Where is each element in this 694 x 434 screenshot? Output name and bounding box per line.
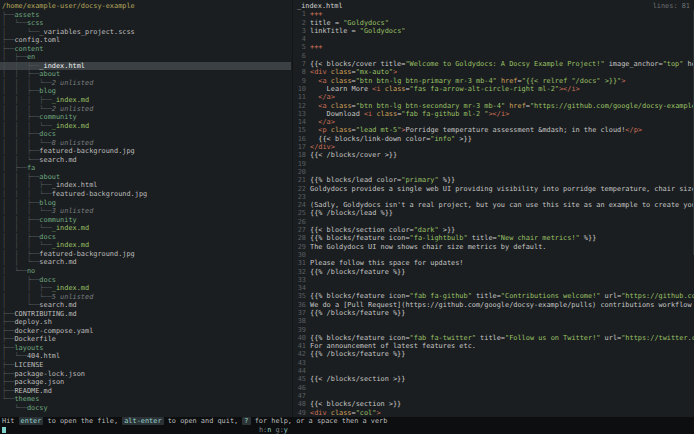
code-text: linkTitle = "Goldydocs" <box>310 27 405 35</box>
tree-item[interactable]: │ ├──fa <box>0 164 291 173</box>
line-number: 42 <box>295 350 306 358</box>
tree-branch-icon: │ │ ├── <box>2 199 39 207</box>
tree-item[interactable]: │ │ │ └──_index.md <box>0 241 291 250</box>
tree-item[interactable]: │ │ │ └──featured-background.jpg <box>0 190 291 199</box>
line-number: 6 <box>295 52 306 60</box>
hint-key: alt-enter <box>122 417 163 425</box>
tree-item[interactable]: ├──deploy.sh <box>0 318 291 327</box>
line-number: 48 <box>295 400 306 408</box>
code-line: 11 </a> <box>293 93 694 101</box>
code-text: The Goldydocs UI now shows chair size me… <box>310 243 546 251</box>
tree-branch-icon: │ │ │ ├── <box>2 181 52 189</box>
tree-item[interactable]: │ ├──en <box>0 53 291 62</box>
tree-branch-icon: ├── <box>2 361 14 369</box>
tree-item-label: scss <box>27 19 44 27</box>
tree-item[interactable]: │ │ ├──about <box>0 173 291 182</box>
tree-item-label: 2 unlisted <box>52 105 94 113</box>
tree-item[interactable]: │ │ ├──_index.html <box>0 62 291 71</box>
line-number: 31 <box>295 259 306 267</box>
tree-item[interactable]: │ │ ├──docs <box>0 130 291 139</box>
tree-item[interactable]: │ │ └──5 unlisted <box>0 293 291 302</box>
tree-item[interactable]: │ └──scss <box>0 19 291 28</box>
tree-item[interactable]: │ │ │ └──_index.md <box>0 224 291 233</box>
code-line: 2title = "Goldydocs" <box>293 19 694 27</box>
tree-item[interactable]: │ │ │ └──3 unlisted <box>0 207 291 216</box>
tree-item[interactable]: │ └──404.html <box>0 352 291 361</box>
tree-item[interactable]: │ │ ├──_index.md <box>0 284 291 293</box>
tree-item[interactable]: │ └──_variables_project.scss <box>0 28 291 37</box>
code-line: 33 <box>293 276 694 284</box>
tree-item[interactable]: │ │ │ ├──_index.html <box>0 181 291 190</box>
line-number: 11 <box>295 93 306 101</box>
hint-text: to open and quit, <box>164 417 243 425</box>
tree-item[interactable]: ├──README.md <box>0 387 291 396</box>
preview-filename: _index.html <box>297 2 343 10</box>
tree-item[interactable]: ├──assets <box>0 11 291 20</box>
code-text: {{< blocks/section >}} <box>310 400 401 408</box>
tree-item[interactable]: │ │ ├──blog <box>0 199 291 208</box>
tree-item[interactable]: │ │ ├──about <box>0 70 291 79</box>
tree-item-label: 2 unlisted <box>52 79 94 87</box>
tree-item[interactable]: │ │ ├──docs <box>0 233 291 242</box>
tree-item[interactable]: │ │ └──search.md <box>0 156 291 165</box>
tree-item[interactable]: ├──config.toml <box>0 36 291 45</box>
tree-branch-icon: │ │ │ └── <box>2 190 52 198</box>
tree-branch-icon: │ ├── <box>2 276 39 284</box>
code-line: 26 <box>293 218 694 226</box>
input-bar[interactable]: h:n g:y <box>0 426 694 434</box>
tree-item[interactable]: │ └──search.md <box>0 301 291 310</box>
tree-item[interactable]: ├──package.json <box>0 378 291 387</box>
line-number: 21 <box>295 176 306 184</box>
tree-item[interactable]: ├──CONTRIBUTING.md <box>0 310 291 319</box>
input-cursor[interactable] <box>2 427 6 434</box>
tree-item[interactable]: └──themes <box>0 395 291 404</box>
tree-item[interactable]: │ │ │ └──2 unlisted <box>0 79 291 88</box>
code-text: </a> <box>310 118 335 126</box>
tree-branch-icon: ├── <box>2 327 14 335</box>
root-path[interactable]: /home/example-user/docsy-example <box>0 2 291 11</box>
tree-item-label: assets <box>14 11 39 19</box>
tree-branch-icon: └── <box>2 404 27 412</box>
line-number: 35 <box>295 292 306 300</box>
tree-item[interactable]: │ │ ├──community <box>0 113 291 122</box>
tree-item-label: _index.html <box>39 62 85 70</box>
tree-item[interactable]: ├──package-lock.json <box>0 370 291 379</box>
tree-branch-icon: │ │ ├── <box>2 216 39 224</box>
code-text: </a> <box>310 93 335 101</box>
tree-item[interactable]: ├──layouts <box>0 344 291 353</box>
tree-item[interactable]: ├──content <box>0 45 291 54</box>
tree-item[interactable]: │ │ ├──featured-background.jpg <box>0 147 291 156</box>
tree-item[interactable]: │ └──no <box>0 267 291 276</box>
tree-item[interactable]: │ ├──docs <box>0 276 291 285</box>
tree-branch-icon: │ └── <box>2 352 27 360</box>
tree-branch-icon: ├── <box>2 335 14 343</box>
tree-panel: /home/example-user/docsy-example ├──asse… <box>0 0 291 419</box>
line-number: 41 <box>295 342 306 350</box>
tree-item[interactable]: │ │ │ └──8 unlisted <box>0 139 291 148</box>
tree-item[interactable]: │ │ ├──blog <box>0 87 291 96</box>
tree-item[interactable]: │ │ ├──featured-background.jpg <box>0 250 291 259</box>
tree-item[interactable]: │ │ │ └──2 unlisted <box>0 105 291 114</box>
tree-branch-icon: │ └── <box>2 19 27 27</box>
tree-item[interactable]: │ │ │ ├──_index.md <box>0 96 291 105</box>
tree-branch-icon: ├── <box>2 45 14 53</box>
tree-item-label: 8 unlisted <box>52 139 94 147</box>
code-line: 16 {{< blocks/link-down color="info" >}} <box>293 135 694 143</box>
tree-item[interactable]: ├──LICENSE <box>0 361 291 370</box>
line-number: 17 <box>295 143 306 151</box>
tree-item[interactable]: └──docsy <box>0 404 291 413</box>
tree-item-label: _index.md <box>52 241 89 249</box>
tree-item[interactable]: │ │ ├──community <box>0 216 291 225</box>
tree-branch-icon: │ ├── <box>2 53 27 61</box>
tree-item[interactable]: ├──docker-compose.yaml <box>0 327 291 336</box>
code-text: <p class="lead mt-5">Porridge temperatur… <box>310 126 642 134</box>
tree-branch-icon: │ └── <box>2 267 27 275</box>
tree-item[interactable]: │ │ └──search.md <box>0 258 291 267</box>
tree-branch-icon: │ │ │ └── <box>2 105 52 113</box>
tree-item[interactable]: ├──Dockerfile <box>0 335 291 344</box>
tree-item[interactable]: │ │ │ └──_index.md <box>0 122 291 131</box>
line-number: 29 <box>295 243 306 251</box>
tree-item-label: config.toml <box>14 36 60 44</box>
tree-item-label: package.json <box>14 378 64 386</box>
code-line: 44 <box>293 367 694 375</box>
